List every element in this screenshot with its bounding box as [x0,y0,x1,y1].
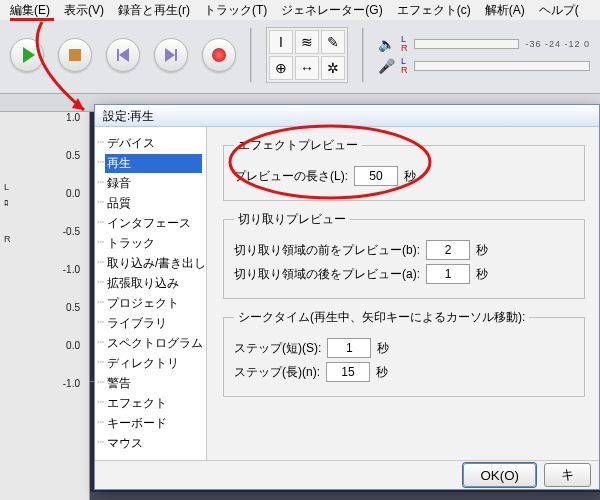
tree-projects[interactable]: プロジェクト [105,294,202,313]
unit-seconds: 秒 [476,242,488,259]
meter-out-r: R [401,44,408,53]
skip-start-button[interactable] [106,38,140,72]
amplitude-scale: 1.0 0.5 0.0 -0.5 -1.0 0.5 0.0 -1.0 [50,112,84,416]
tool-selection[interactable]: I [269,30,293,54]
tree-interface[interactable]: インタフェース [105,214,202,233]
menu-analyze[interactable]: 解析(A) [479,1,531,20]
tree-mouse[interactable]: マウス [105,434,202,453]
record-icon [212,48,226,62]
tree-extimport[interactable]: 拡張取り込み [105,274,202,293]
seek-short-input[interactable] [327,338,371,358]
menu-view[interactable]: 表示(V) [58,1,110,20]
menu-help[interactable]: ヘルプ( [533,1,585,20]
unit-seconds: 秒 [404,168,416,185]
tree-quality[interactable]: 品質 [105,194,202,213]
menu-tracks[interactable]: トラック(T) [198,1,273,20]
speaker-icon: 🔈 [378,36,395,52]
unit-seconds: 秒 [377,340,389,357]
toolbar-separator [362,28,364,82]
skip-end-button[interactable] [154,38,188,72]
tree-spectrogram[interactable]: スペクトログラム [105,334,202,353]
dialog-button-bar: OK(O) キ [95,460,599,489]
stop-icon [69,49,81,61]
track-channel-j: ﾛ [4,198,9,208]
tree-playback[interactable]: 再生 [105,154,202,173]
menu-effect[interactable]: エフェクト(c) [391,1,477,20]
group-effect-preview: エフェクトプレビュー プレビューの長さ(L): 秒 [223,137,585,201]
tool-zoom[interactable]: ⊕ [269,56,293,80]
playback-meter[interactable] [414,39,520,49]
tree-recording[interactable]: 録音 [105,174,202,193]
meter-in-r: R [401,66,408,75]
menu-bar: 編集(E) 表示(V) 録音と再生(r) トラック(T) ジェネレーター(G) … [0,0,600,20]
tree-libraries[interactable]: ライブラリ [105,314,202,333]
edit-tools: I ≋ ✎ ⊕ ↔ ✲ [266,27,348,83]
stop-button[interactable] [58,38,92,72]
preferences-page: エフェクトプレビュー プレビューの長さ(L): 秒 切り取りプレビュー 切り取り… [207,127,599,460]
tree-directories[interactable]: ディレクトリ [105,354,202,373]
tree-warnings[interactable]: 警告 [105,374,202,393]
menu-generate[interactable]: ジェネレーター(G) [275,1,388,20]
group-cut-preview-legend: 切り取りプレビュー [234,211,350,228]
cut-after-input[interactable] [426,264,470,284]
cut-before-input[interactable] [426,240,470,260]
tree-keyboard[interactable]: キーボード [105,414,202,433]
play-icon [23,47,35,63]
mic-icon: 🎤 [378,58,395,74]
cut-after-label: 切り取り領域の後をプレビュー(a): [234,266,420,283]
menu-record[interactable]: 録音と再生(r) [112,1,196,20]
menu-edit[interactable]: 編集(E) [4,1,56,20]
dialog-title: 設定:再生 [95,105,599,127]
tool-envelope[interactable]: ≋ [295,30,319,54]
preview-length-label: プレビューの長さ(L): [234,168,348,185]
preferences-tree[interactable]: デバイス 再生 録音 品質 インタフェース トラック 取り込み/書き出し 拡張取… [95,127,207,460]
preview-length-input[interactable] [354,166,398,186]
cut-before-label: 切り取り領域の前をプレビュー(b): [234,242,420,259]
tree-effects[interactable]: エフェクト [105,394,202,413]
ok-button[interactable]: OK(O) [463,463,536,487]
record-button[interactable] [202,38,236,72]
seek-short-label: ステップ(短)(S): [234,340,321,357]
tool-draw[interactable]: ✎ [321,30,345,54]
unit-seconds: 秒 [376,364,388,381]
unit-seconds: 秒 [476,266,488,283]
cancel-button[interactable]: キ [544,463,591,487]
transport-toolbar: I ≋ ✎ ⊕ ↔ ✲ 🔈 L R -36 -24 -12 0 🎤 L R [0,20,600,94]
meter-ticks: -36 -24 -12 0 [525,39,590,49]
meters: 🔈 L R -36 -24 -12 0 🎤 L R [378,35,590,75]
group-effect-preview-legend: エフェクトプレビュー [234,137,362,154]
group-seek-time-legend: シークタイム(再生中、矢印キーによるカーソル移動): [234,309,529,326]
seek-long-label: ステップ(長)(n): [234,364,320,381]
track-channel-r: R [4,234,11,244]
tree-importexport[interactable]: 取り込み/書き出し [105,254,202,273]
tool-timeshift[interactable]: ↔ [295,56,319,80]
tree-tracks[interactable]: トラック [105,234,202,253]
group-seek-time: シークタイム(再生中、矢印キーによるカーソル移動): ステップ(短)(S): 秒… [223,309,585,397]
recording-meter[interactable] [414,61,591,71]
toolbar-separator [250,28,252,82]
track-header[interactable]: L R ﾛ 1.0 0.5 0.0 -0.5 -1.0 0.5 0.0 -1.0 [0,112,90,500]
tool-multi[interactable]: ✲ [321,56,345,80]
skip-start-icon [117,48,129,62]
seek-long-input[interactable] [326,362,370,382]
tree-devices[interactable]: デバイス [105,134,202,153]
skip-end-icon [165,48,177,62]
preferences-dialog: 設定:再生 デバイス 再生 録音 品質 インタフェース トラック 取り込み/書き… [94,104,600,490]
play-button[interactable] [10,38,44,72]
track-channel-l: L [4,182,9,192]
group-cut-preview: 切り取りプレビュー 切り取り領域の前をプレビュー(b): 秒 切り取り領域の後を… [223,211,585,299]
